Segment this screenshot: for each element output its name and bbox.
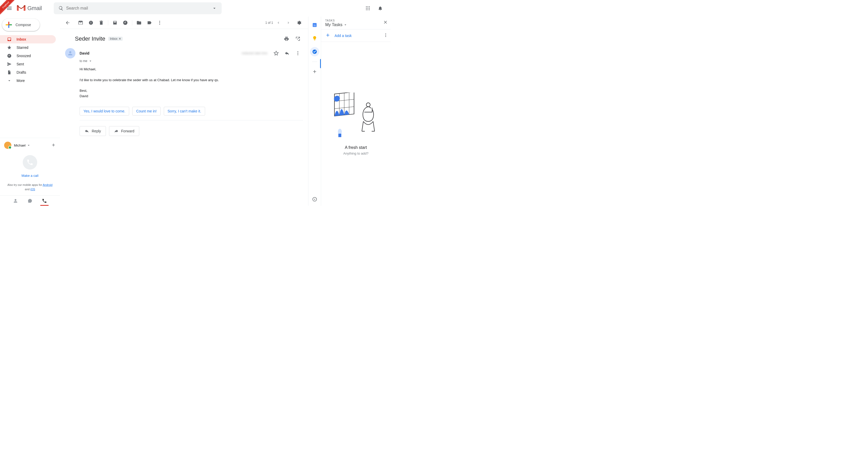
sidebar-item-more[interactable]: More [0, 77, 56, 85]
arrow-left-icon [65, 20, 70, 25]
gear-icon [296, 20, 302, 25]
keep-icon [312, 36, 317, 41]
rail-keep[interactable] [310, 34, 319, 43]
spam-icon [88, 20, 94, 25]
sidebar-item-inbox[interactable]: Inbox [0, 35, 56, 44]
email-subject: Seder Invite [75, 35, 105, 42]
svg-point-21 [385, 36, 386, 37]
email-body: Hi Michael, I'd like to invite you to ce… [80, 67, 303, 99]
archive-button[interactable] [75, 18, 86, 28]
send-icon [7, 62, 11, 66]
report-spam-button[interactable] [86, 18, 96, 28]
tasks-more-button[interactable] [383, 33, 388, 38]
svg-point-3 [366, 8, 367, 8]
back-button[interactable] [63, 18, 73, 28]
dogfood-ribbon: Dogfood [0, 0, 14, 15]
star-button[interactable] [271, 48, 281, 58]
close-icon [383, 20, 388, 25]
mail-icon [113, 20, 118, 25]
svg-point-31 [366, 103, 370, 107]
add-task-button[interactable]: Add a task [321, 29, 391, 42]
svg-point-2 [369, 6, 370, 7]
android-link[interactable]: Android [43, 183, 53, 187]
caret-down-icon [88, 59, 92, 63]
message-more-button[interactable] [293, 48, 303, 58]
smart-reply-3[interactable]: Sorry, I can't make it. [164, 107, 205, 116]
hangouts-tab-contacts[interactable] [11, 196, 20, 206]
snooze-button[interactable] [120, 18, 130, 28]
tasks-close-button[interactable] [383, 20, 388, 26]
calendar-icon: 31 [312, 22, 317, 27]
svg-point-4 [367, 8, 368, 8]
hangouts-tab-phone[interactable] [40, 196, 49, 206]
settings-button[interactable] [294, 18, 304, 28]
sidebar-item-label: More [17, 79, 25, 83]
sidebar-item-drafts[interactable]: Drafts [0, 68, 56, 77]
smart-reply-2[interactable]: Count me in! [132, 107, 160, 116]
rail-info[interactable] [312, 197, 317, 203]
person-icon [13, 198, 18, 203]
remove-label-icon[interactable]: ✕ [119, 37, 121, 40]
bell-icon [378, 6, 383, 11]
hangouts-add-button[interactable] [51, 143, 56, 148]
tasks-empty-subtitle: Anything to add? [343, 151, 369, 155]
labels-button[interactable] [144, 18, 154, 28]
smart-reply-1[interactable]: Yes, I would love to come. [80, 107, 129, 116]
svg-point-5 [369, 8, 370, 8]
sidebar-item-label: Inbox [17, 37, 26, 41]
rail-calendar[interactable]: 31 [310, 20, 319, 29]
compose-label: Compose [16, 23, 31, 27]
recipients-line[interactable]: to me [80, 59, 303, 63]
caret-down-icon[interactable] [27, 143, 31, 147]
forward-button[interactable]: Forward [109, 126, 139, 136]
more-button[interactable] [154, 18, 165, 28]
compose-button[interactable]: Compose [2, 19, 40, 31]
label-chip-inbox[interactable]: Inbox ✕ [108, 37, 122, 41]
tasks-list-picker[interactable]: My Tasks [325, 23, 386, 27]
svg-point-7 [367, 9, 368, 10]
hangouts-username[interactable]: Michael [14, 143, 26, 147]
gmail-logo[interactable]: Gmail [17, 5, 42, 12]
hangouts-tab-chat[interactable] [26, 196, 34, 206]
sidebar-item-label: Sent [17, 62, 24, 66]
svg-point-20 [385, 35, 386, 36]
reply-button[interactable]: Reply [80, 126, 106, 136]
notifications-button[interactable] [375, 3, 385, 13]
svg-point-12 [297, 52, 298, 52]
reply-icon-button[interactable] [282, 48, 292, 58]
print-button[interactable] [281, 34, 292, 44]
mark-unread-button[interactable] [110, 18, 120, 28]
sidebar-item-sent[interactable]: Sent [0, 60, 56, 68]
sidebar: Compose Inbox Starred Snoozed Sent Draft… [0, 17, 60, 206]
email-date: redacted date time [242, 52, 268, 55]
move-to-button[interactable] [134, 18, 144, 28]
sidebar-item-starred[interactable]: Starred [0, 44, 56, 52]
mail-view: 1 of 1 Seder Invite Inbox ✕ [60, 17, 308, 206]
open-in-new-icon [295, 36, 301, 41]
sender-avatar[interactable] [65, 48, 75, 58]
sidebar-item-snoozed[interactable]: Snoozed [0, 52, 56, 60]
rail-tasks[interactable] [310, 47, 319, 56]
rail-add-ons[interactable] [310, 67, 319, 76]
open-window-button[interactable] [293, 34, 303, 44]
chevron-down-icon [7, 78, 11, 83]
delete-button[interactable] [96, 18, 106, 28]
search-icon [58, 6, 64, 11]
ios-link[interactable]: iOS [30, 188, 35, 191]
make-a-call-link[interactable]: Make a call [22, 174, 38, 178]
phone-illustration-icon [23, 155, 37, 170]
next-page-button[interactable] [283, 18, 294, 28]
prev-page-button[interactable] [273, 18, 283, 28]
hangouts-avatar[interactable] [4, 142, 11, 149]
hangouts-section: Michael Make a call Also try our mobile … [0, 138, 60, 206]
svg-point-8 [369, 9, 370, 10]
sender-name[interactable]: David [80, 51, 89, 55]
folder-move-icon [136, 20, 142, 25]
svg-point-6 [366, 9, 367, 10]
search-options-button[interactable] [209, 6, 220, 11]
tasks-empty-illustration [332, 92, 380, 139]
sidebar-item-label: Drafts [17, 70, 26, 75]
apps-grid-button[interactable] [363, 3, 373, 13]
search-box[interactable] [54, 2, 222, 14]
search-input[interactable] [66, 6, 209, 10]
